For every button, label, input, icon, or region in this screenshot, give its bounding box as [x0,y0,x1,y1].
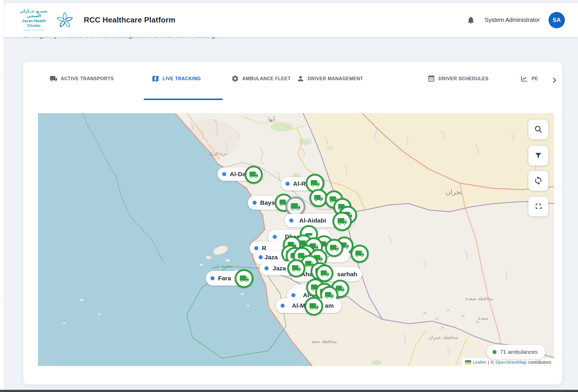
avatar[interactable]: SA [549,12,565,28]
map-filter-button[interactable] [528,146,548,166]
map-place-label: محافظة صعدة [465,296,493,301]
station-status-dot [289,218,293,223]
map-attribution: Leaflet | © OpenStreetMap contributors [462,358,554,366]
attribution-separator: | [488,360,489,365]
station-status-dot [253,201,257,205]
search-icon [534,125,543,135]
ambulance-truck-icon [309,302,319,311]
map-place-label: محافظة عمران [429,335,458,340]
station-name-text: Al-Aidabi [299,217,326,224]
active-tab-indicator [144,99,223,100]
ambulance-marker[interactable] [245,166,263,184]
station-name-text: Jaza [273,265,286,272]
ambulance-truck-icon [355,249,364,258]
station-status-dot [281,304,285,308]
ambulance-truck-icon [330,243,339,253]
tab-label: PE [532,76,538,81]
live-tracking-map[interactable]: أبهاحرة البركنجرانمحافظة صعدةصعدةمحمية ج… [38,113,554,366]
station-status-dot [259,255,263,259]
ambulance-marker[interactable] [325,239,343,257]
app-header: تجمـع جــازان الصحي Jazan Health Cluster… [4,3,578,37]
tab-bar: ACTIVE TRANSPORTSLIVE TRACKINGAMBULANCE … [23,62,562,100]
ambulance-marker[interactable] [304,297,323,316]
map-search-button[interactable] [528,120,548,139]
tab-label: DRIVER SCHEDULES [438,76,489,81]
map-place-label: محافظة حجة [311,339,337,344]
map-fullscreen-button[interactable] [528,197,548,216]
station-name-text: am [325,302,334,309]
ambulance-truck-icon [292,264,301,273]
ambulance-truck-icon [310,178,320,188]
station-status-dot [264,266,269,270]
tab-ambulance-fleet[interactable]: AMBULANCE FLEET [231,75,291,83]
map-place-label: محمية جزر [213,263,233,269]
copyright-symbol: © [491,360,494,365]
map-place-label: أبها [268,116,275,122]
station-name-text: Fara [218,275,231,282]
tab-pe[interactable]: PE [520,75,538,83]
leaflet-link[interactable]: Leaflet [473,360,486,365]
trackmap-icon [152,75,159,83]
openstreetmap-link[interactable]: OpenStreetMap [496,360,527,365]
attribution-suffix: contributors [528,360,551,365]
ukraine-flag-icon [465,360,471,364]
ambulance-truck-icon [290,202,301,212]
ambulance-count-badge: 71 ambulances [487,345,545,359]
tabs-scroll-right-chevron-icon[interactable] [551,76,558,85]
station-status-dot [285,182,290,186]
application-window: Emergency Medical Services Management & … [0,0,578,392]
tab-label: ACTIVE TRANSPORTS [61,76,114,81]
window-bottom-edge [0,390,578,392]
station-name-text: Al-M [292,302,305,309]
brand-arabic-text: تجمـع جــازان الصحي [16,9,52,18]
chart-icon [520,75,528,83]
map-refresh-button[interactable] [528,171,548,191]
person-icon [297,75,304,83]
tab-label: DRIVER MANAGEMENT [308,76,363,81]
station-name-text: Bays [260,199,275,206]
ambulance-count-text: 71 ambulances [500,349,538,355]
station-name-text: sarhah [337,271,357,278]
tracking-card: ACTIVE TRANSPORTSLIVE TRACKINGAMBULANCE … [23,62,562,384]
green-status-dot [492,350,497,354]
ambulance-marker[interactable] [285,197,305,216]
brand-english-text: Jazan Health Cluster [16,19,52,28]
ambulance-marker[interactable] [332,212,352,231]
notifications-bell-icon[interactable] [466,16,475,24]
left-panel-edge [0,0,4,392]
ambulance-marker[interactable] [287,259,305,277]
brand-tagline-text: شركة الصحة القابضة [16,29,52,31]
brand-block: تجمـع جــازان الصحي Jazan Health Cluster… [16,9,52,31]
station-status-dot [291,293,295,297]
calendar-icon [427,75,435,83]
tab-label: LIVE TRACKING [163,76,201,81]
ambulance-marker[interactable] [235,269,253,288]
tab-driver-management[interactable]: DRIVER MANAGEMENT [297,75,363,83]
map-place-label: صعدة [478,316,488,321]
truck-icon [50,75,58,83]
ambulance-truck-icon [320,269,329,278]
ambulance-truck-icon [314,193,323,203]
filter-icon [534,151,543,161]
map-place-label: حرة البرك [209,151,227,156]
user-name: System Administrator [485,17,540,23]
map-place-label: نجران [445,188,462,196]
ambulance-truck-icon [239,274,249,284]
station-name-text: Al-Da [230,171,246,178]
station-status-dot [273,235,277,239]
station-status-dot [222,172,226,176]
jazan-cluster-logo-icon [56,10,74,30]
ambulance-truck-icon [249,170,258,179]
tab-label: AMBULANCE FLEET [242,76,291,81]
page-title: RCC Healthcare Platform [84,15,175,24]
fullscreen-icon [534,202,543,211]
tab-live-tracking[interactable]: LIVE TRACKING [152,75,201,83]
gear-icon [231,75,239,83]
tab-active-transports[interactable]: ACTIVE TRANSPORTS [50,75,114,83]
ambulance-truck-icon [337,216,347,226]
tab-driver-schedules[interactable]: DRIVER SCHEDULES [427,75,489,83]
ambulance-marker[interactable] [351,245,369,263]
station-status-dot [254,246,258,250]
station-status-dot [210,276,215,280]
refresh-icon [534,176,543,186]
